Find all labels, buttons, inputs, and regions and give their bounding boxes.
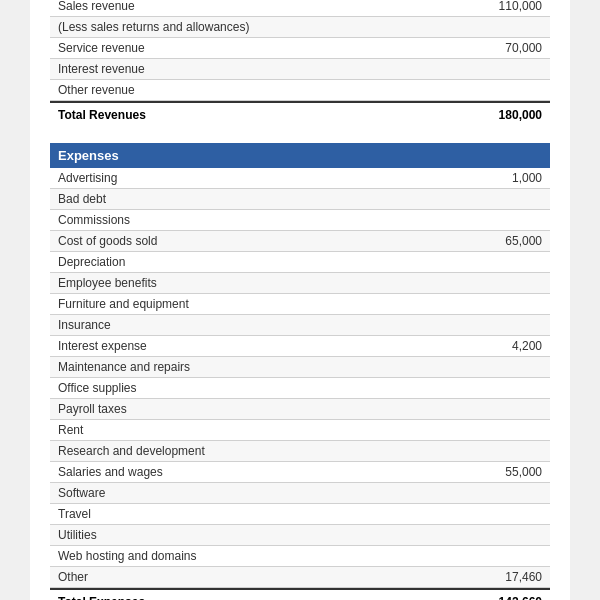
- row-value: [462, 297, 542, 311]
- row-label: Service revenue: [58, 41, 145, 55]
- row-value: [462, 213, 542, 227]
- row-label: Maintenance and repairs: [58, 360, 190, 374]
- expenses-total-row: Total Expenses 142,660: [50, 588, 550, 601]
- row-label: Bad debt: [58, 192, 106, 206]
- financial-statement: Revenue 2014 Sales revenue 110,000 (Less…: [30, 0, 570, 600]
- row-label: Research and development: [58, 444, 205, 458]
- row-label: Web hosting and domains: [58, 549, 197, 563]
- table-row: Office supplies: [50, 378, 550, 399]
- table-row: Cost of goods sold 65,000: [50, 231, 550, 252]
- row-value: [462, 486, 542, 500]
- revenue-total-row: Total Revenues 180,000: [50, 101, 550, 127]
- table-row: Rent: [50, 420, 550, 441]
- table-row: Sales revenue 110,000: [50, 0, 550, 17]
- expenses-total-value: 142,660: [499, 595, 542, 601]
- row-value: 55,000: [462, 465, 542, 479]
- table-row: Software: [50, 483, 550, 504]
- table-row: Research and development: [50, 441, 550, 462]
- row-label: Payroll taxes: [58, 402, 127, 416]
- row-value: 70,000: [462, 41, 542, 55]
- table-row: Salaries and wages 55,000: [50, 462, 550, 483]
- expenses-section: Expenses Advertising 1,000 Bad debt Comm…: [50, 143, 550, 601]
- row-label: Travel: [58, 507, 91, 521]
- row-label: Advertising: [58, 171, 117, 185]
- row-value: [462, 381, 542, 395]
- row-label: Furniture and equipment: [58, 297, 189, 311]
- table-row: Web hosting and domains: [50, 546, 550, 567]
- table-row: Maintenance and repairs: [50, 357, 550, 378]
- expenses-header: Expenses: [50, 143, 550, 168]
- row-label: Rent: [58, 423, 83, 437]
- row-value: [462, 444, 542, 458]
- table-row: Advertising 1,000: [50, 168, 550, 189]
- row-label: Insurance: [58, 318, 111, 332]
- row-label: Commissions: [58, 213, 130, 227]
- row-value: [462, 83, 542, 97]
- row-value: 4,200: [462, 339, 542, 353]
- expenses-header-label: Expenses: [58, 148, 119, 163]
- row-label: (Less sales returns and allowances): [58, 20, 249, 34]
- table-row: Commissions: [50, 210, 550, 231]
- table-row: Insurance: [50, 315, 550, 336]
- row-label: Salaries and wages: [58, 465, 163, 479]
- row-value: 1,000: [462, 171, 542, 185]
- row-label: Sales revenue: [58, 0, 135, 13]
- table-row: Other 17,460: [50, 567, 550, 588]
- row-value: [462, 276, 542, 290]
- table-row: Bad debt: [50, 189, 550, 210]
- row-label: Software: [58, 486, 105, 500]
- row-value: [462, 20, 542, 34]
- row-value: [462, 360, 542, 374]
- table-row: Interest expense 4,200: [50, 336, 550, 357]
- row-label: Cost of goods sold: [58, 234, 157, 248]
- row-value: [462, 318, 542, 332]
- row-value: [462, 255, 542, 269]
- table-row: Payroll taxes: [50, 399, 550, 420]
- revenue-total-value: 180,000: [499, 108, 542, 122]
- expenses-total-label: Total Expenses: [58, 595, 145, 601]
- revenue-total-label: Total Revenues: [58, 108, 146, 122]
- row-label: Employee benefits: [58, 276, 157, 290]
- table-row: Service revenue 70,000: [50, 38, 550, 59]
- row-label: Interest expense: [58, 339, 147, 353]
- row-label: Other: [58, 570, 88, 584]
- row-value: [462, 62, 542, 76]
- row-label: Other revenue: [58, 83, 135, 97]
- table-row: Interest revenue: [50, 59, 550, 80]
- table-row: Other revenue: [50, 80, 550, 101]
- row-label: Interest revenue: [58, 62, 145, 76]
- row-label: Utilities: [58, 528, 97, 542]
- row-label: Office supplies: [58, 381, 137, 395]
- row-value: [462, 528, 542, 542]
- row-value: 65,000: [462, 234, 542, 248]
- row-value: [462, 192, 542, 206]
- table-row: Depreciation: [50, 252, 550, 273]
- row-value: [462, 402, 542, 416]
- row-value: [462, 507, 542, 521]
- table-row: Travel: [50, 504, 550, 525]
- table-row: (Less sales returns and allowances): [50, 17, 550, 38]
- revenue-section: Revenue 2014 Sales revenue 110,000 (Less…: [50, 0, 550, 127]
- row-label: Depreciation: [58, 255, 125, 269]
- row-value: 110,000: [462, 0, 542, 13]
- table-row: Employee benefits: [50, 273, 550, 294]
- row-value: [462, 423, 542, 437]
- row-value: 17,460: [462, 570, 542, 584]
- table-row: Furniture and equipment: [50, 294, 550, 315]
- table-row: Utilities: [50, 525, 550, 546]
- row-value: [462, 549, 542, 563]
